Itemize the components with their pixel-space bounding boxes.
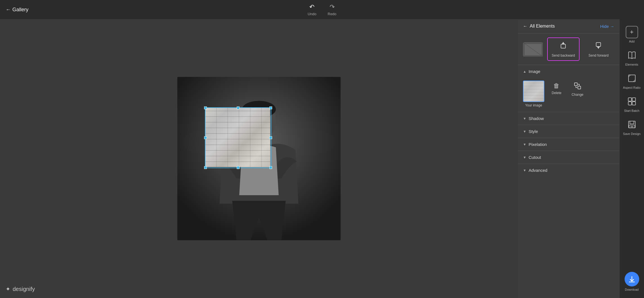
download-label: Download <box>625 288 639 291</box>
save-design-icon <box>628 120 636 131</box>
style-section-title: Style <box>529 129 538 134</box>
pixelation-chevron-icon: ▼ <box>523 143 526 146</box>
style-section: ▼ Style <box>518 125 619 138</box>
cutout-section-header[interactable]: ▼ Cutout <box>518 151 619 164</box>
elements-icon <box>628 51 636 61</box>
aspect-ratio-icon <box>628 74 636 84</box>
toolbar: ↶ Undo ↷ Redo <box>308 3 336 16</box>
aspect-ratio-button[interactable]: Aspect Ratio <box>621 71 643 93</box>
element-thumbnail[interactable] <box>523 42 543 56</box>
shadow-section-title: Shadow <box>529 116 544 121</box>
add-icon: + <box>626 26 638 38</box>
elements-row: Send backward Send forward <box>518 34 619 65</box>
image-section: ▲ Image Your image 🗑 Delete <box>518 65 619 112</box>
redo-button[interactable]: ↷ Redo <box>328 3 336 16</box>
back-arrow-panel-icon: ← <box>523 24 527 29</box>
delete-label: Delete <box>552 91 562 95</box>
canvas-background <box>177 77 341 240</box>
aspect-ratio-label: Aspect Ratio <box>623 86 640 89</box>
shadow-section: ▼ Shadow <box>518 112 619 125</box>
image-section-header[interactable]: ▲ Image <box>518 65 619 78</box>
cutout-section: ▼ Cutout <box>518 151 619 164</box>
style-section-header[interactable]: ▼ Style <box>518 125 619 138</box>
hide-button[interactable]: Hide → <box>600 24 614 29</box>
start-batch-label: Start Batch <box>624 109 639 112</box>
send-forward-button[interactable]: Send forward <box>584 37 613 61</box>
svg-rect-12 <box>596 43 601 46</box>
download-button[interactable]: Download <box>621 268 643 295</box>
cutout-chevron-icon: ▼ <box>523 155 526 159</box>
svg-rect-24 <box>630 121 634 124</box>
svg-rect-25 <box>629 125 635 128</box>
pixelation-section-title: Pixelation <box>529 142 547 147</box>
style-chevron-icon: ▼ <box>523 130 526 134</box>
gallery-back-button[interactable]: ← Gallery <box>6 7 28 13</box>
far-right-sidebar: + Add Elements Aspect Ratio <box>619 19 644 298</box>
thumbnail-svg <box>523 43 543 57</box>
elements-label: Elements <box>625 63 638 66</box>
add-button[interactable]: + Add <box>621 23 643 46</box>
send-backward-button[interactable]: Send backward <box>547 37 580 61</box>
undo-button[interactable]: ↶ Undo <box>308 3 316 16</box>
footer-logo: ✦ designify <box>6 286 35 292</box>
send-forward-label: Send forward <box>589 54 609 57</box>
advanced-section-title: Advanced <box>529 168 547 173</box>
redo-icon: ↷ <box>330 3 335 11</box>
shadow-section-header[interactable]: ▼ Shadow <box>518 112 619 125</box>
shadow-chevron-icon: ▼ <box>523 117 526 121</box>
svg-rect-21 <box>628 102 632 105</box>
save-design-button[interactable]: Save Design <box>621 117 643 139</box>
download-circle-icon <box>625 272 639 286</box>
start-batch-icon <box>628 97 636 108</box>
pixelation-section-header[interactable]: ▼ Pixelation <box>518 138 619 151</box>
delete-icon: 🗑 <box>553 82 560 90</box>
header: ← Gallery ↶ Undo ↷ Redo <box>0 0 644 19</box>
advanced-chevron-icon: ▼ <box>523 168 526 172</box>
panel-header-left: ← All Elements <box>523 24 555 29</box>
logo-text: designify <box>13 286 35 292</box>
send-backward-label: Send backward <box>552 54 575 57</box>
send-forward-icon <box>594 41 603 52</box>
advanced-section-header[interactable]: ▼ Advanced <box>518 164 619 177</box>
svg-rect-15 <box>574 83 577 86</box>
start-batch-button[interactable]: Start Batch <box>621 94 643 116</box>
canvas-wrapper[interactable] <box>177 77 341 240</box>
svg-rect-20 <box>632 98 636 101</box>
pixelation-section: ▼ Pixelation <box>518 138 619 151</box>
image-section-title: Image <box>529 69 540 74</box>
svg-rect-22 <box>632 102 636 105</box>
brick-image-overlay[interactable] <box>205 108 270 167</box>
add-label: Add <box>629 40 635 43</box>
elements-sidebar-button[interactable]: Elements <box>621 48 643 70</box>
svg-rect-19 <box>628 98 632 101</box>
save-design-label: Save Design <box>623 132 640 135</box>
send-backward-icon <box>559 41 568 52</box>
panel-title: All Elements <box>530 24 555 29</box>
back-arrow-icon: ← <box>6 7 11 13</box>
canvas-area: ✦ designify <box>0 19 518 298</box>
hide-label: Hide <box>600 24 609 29</box>
redo-label: Redo <box>328 12 336 16</box>
main-layout: ✦ designify ← All Elements Hide → <box>0 19 644 298</box>
svg-rect-9 <box>561 44 565 48</box>
logo-star-icon: ✦ <box>6 286 10 292</box>
undo-label: Undo <box>308 12 316 16</box>
advanced-section: ▼ Advanced <box>518 164 619 177</box>
change-button[interactable]: Change <box>569 81 586 98</box>
your-image-label: Your image <box>525 103 542 107</box>
right-panel: ← All Elements Hide → <box>518 19 619 298</box>
gallery-label: Gallery <box>12 7 28 13</box>
svg-rect-16 <box>578 86 581 89</box>
delete-button[interactable]: 🗑 Delete <box>549 81 564 97</box>
image-section-content: Your image 🗑 Delete <box>518 78 619 112</box>
undo-icon: ↶ <box>309 3 314 11</box>
cutout-section-title: Cutout <box>529 155 541 160</box>
change-label: Change <box>572 93 583 97</box>
change-icon <box>574 82 581 91</box>
your-image-thumbnail[interactable] <box>523 81 544 102</box>
hide-arrow-icon: → <box>610 24 614 29</box>
image-chevron-up-icon: ▲ <box>523 70 526 74</box>
panel-header: ← All Elements Hide → <box>518 19 619 34</box>
